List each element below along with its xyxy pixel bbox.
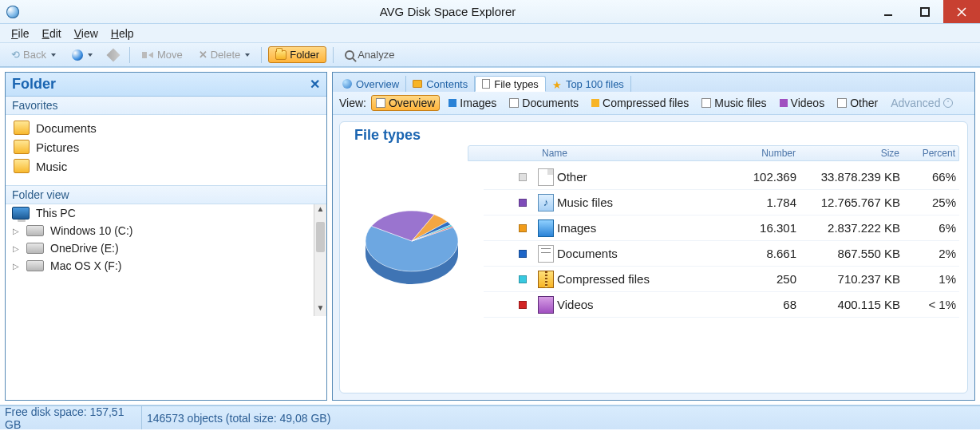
statusbar: Free disk space: 157,51 GB 146573 object…	[0, 405, 980, 429]
view-videos[interactable]: Videos	[776, 96, 829, 110]
view-advanced[interactable]: Advanced ˅	[887, 96, 957, 110]
view-images[interactable]: Images	[445, 96, 500, 110]
col-percent[interactable]: Percent	[899, 148, 955, 159]
menu-help[interactable]: Help	[106, 26, 139, 42]
table-header: Name Number Size Percent	[468, 145, 959, 161]
images-icon	[449, 99, 456, 107]
legend-swatch	[519, 275, 527, 283]
legend-swatch	[519, 301, 527, 309]
toolbar-separator	[129, 47, 130, 63]
tab-overview[interactable]: Overview	[336, 76, 406, 92]
tree-drive-e[interactable]: ▷OneDrive (E:)	[6, 239, 326, 257]
col-name[interactable]: Name	[542, 148, 724, 159]
favorite-music[interactable]: Music	[6, 156, 326, 176]
menu-file[interactable]: File	[6, 26, 34, 42]
zip-icon	[538, 271, 554, 288]
close-panel-icon[interactable]: ✕	[310, 77, 320, 92]
legend-swatch	[519, 199, 527, 207]
row-percent: 66%	[900, 170, 956, 184]
folder-tree: This PC ▷Windows 10 (C:) ▷OneDrive (E:) …	[6, 204, 326, 316]
folder-icon	[14, 140, 30, 154]
move-icon	[141, 49, 154, 61]
row-number: 68	[725, 298, 796, 311]
tree-drive-f[interactable]: ▷Mac OS X (F:)	[6, 257, 326, 275]
back-arrow-icon: ⟲	[11, 49, 20, 61]
edit-pen-button[interactable]	[104, 48, 123, 62]
table-row[interactable]: Images16.3012.837.222 KB6%	[484, 216, 959, 241]
delete-x-icon: ✕	[199, 49, 207, 61]
view-item-label: Compressed files	[603, 97, 689, 109]
menubar: File Edit View Help	[0, 24, 980, 43]
tab-label: Top 100 files	[566, 78, 624, 90]
row-number: 250	[725, 272, 796, 286]
tab-file-types[interactable]: File types	[475, 76, 546, 92]
move-button[interactable]: Move	[136, 46, 188, 64]
row-percent: 25%	[900, 196, 956, 209]
tree-label: Windows 10 (C:)	[50, 224, 132, 237]
folder-panel-header: Folder ✕	[6, 73, 326, 97]
svg-rect-0	[884, 14, 892, 16]
scroll-up-icon[interactable]: ▲	[314, 204, 326, 217]
tab-top-100[interactable]: ★Top 100 files	[546, 76, 631, 92]
view-compressed[interactable]: Compressed files	[587, 96, 693, 110]
expander-icon[interactable]: ▷	[12, 227, 20, 235]
col-size[interactable]: Size	[796, 148, 899, 159]
analyze-button[interactable]: Analyze	[340, 46, 399, 63]
folder-icon	[14, 121, 30, 135]
maximize-button[interactable]	[907, 0, 943, 23]
row-number: 102.369	[725, 170, 796, 184]
content-panel: Overview Contents File types ★Top 100 fi…	[332, 72, 975, 401]
favorites-header: Favorites	[6, 97, 326, 115]
tree-label: OneDrive (E:)	[50, 242, 119, 255]
table-row[interactable]: Other102.36933.878.239 KB66%	[484, 164, 959, 190]
scroll-down-icon[interactable]: ▼	[314, 303, 326, 316]
tree-scrollbar[interactable]: ▲ ▼	[314, 204, 326, 316]
favorites-list: Documents Pictures Music	[6, 115, 326, 179]
docs-icon	[538, 245, 554, 263]
table-row[interactable]: Music files1.78412.765.767 KB25%	[484, 190, 959, 216]
delete-label: Delete	[211, 49, 241, 61]
file-types-icon	[482, 79, 490, 89]
table-row[interactable]: Compressed files250710.237 KB1%	[484, 267, 959, 292]
legend-swatch	[519, 224, 527, 232]
img-icon	[538, 219, 554, 237]
expander-icon[interactable]: ▷	[12, 244, 20, 253]
delete-button[interactable]: ✕ Delete	[194, 46, 255, 63]
view-other[interactable]: Other	[833, 96, 882, 110]
chevron-down-icon	[88, 53, 93, 57]
row-name: Videos	[557, 298, 725, 311]
drive-icon	[26, 225, 44, 236]
tree-drive-c[interactable]: ▷Windows 10 (C:)	[6, 222, 326, 239]
legend-swatch	[519, 250, 527, 258]
view-item-label: Images	[460, 97, 496, 109]
menu-edit[interactable]: Edit	[38, 26, 66, 42]
row-size: 400.115 KB	[796, 298, 900, 311]
table-row[interactable]: Documents8.661867.550 KB2%	[484, 241, 959, 267]
row-percent: 1%	[900, 272, 956, 286]
favorite-label: Documents	[36, 121, 97, 135]
favorite-documents[interactable]: Documents	[6, 118, 326, 137]
col-number[interactable]: Number	[724, 148, 796, 159]
view-documents[interactable]: Documents	[505, 96, 583, 110]
file-types-panel: File types Name Number Size Percent Othe…	[339, 121, 968, 393]
doc-icon	[538, 168, 554, 186]
favorite-label: Pictures	[36, 140, 79, 154]
close-window-button[interactable]	[943, 0, 980, 23]
expander-icon[interactable]: ▷	[12, 262, 20, 271]
view-overview[interactable]: Overview	[371, 95, 440, 111]
tab-contents[interactable]: Contents	[406, 76, 475, 92]
menu-view[interactable]: View	[69, 26, 103, 42]
minimize-button[interactable]	[870, 0, 907, 23]
folder-icon	[275, 50, 286, 60]
view-music[interactable]: Music files	[697, 96, 770, 110]
table-row[interactable]: Videos68400.115 KB< 1%	[484, 292, 959, 318]
favorite-pictures[interactable]: Pictures	[6, 137, 326, 156]
tree-this-pc[interactable]: This PC	[6, 204, 326, 222]
home-button[interactable]	[67, 47, 97, 63]
folder-button[interactable]: Folder	[268, 46, 326, 63]
scroll-thumb[interactable]	[316, 222, 325, 252]
search-icon	[345, 50, 354, 60]
music-icon	[701, 98, 711, 108]
back-button[interactable]: ⟲ Back	[6, 46, 61, 63]
star-icon: ★	[552, 79, 562, 89]
